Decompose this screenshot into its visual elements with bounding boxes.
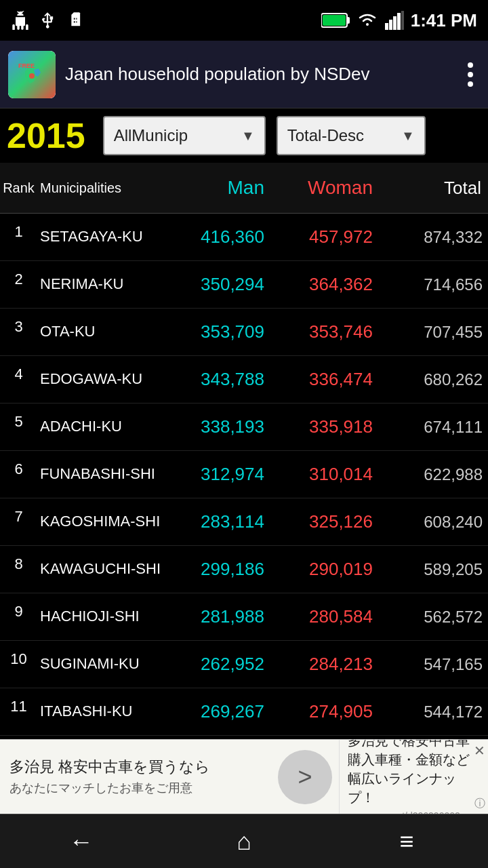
row-rank: 5 [0, 409, 37, 431]
row-total: 547,165 [380, 655, 488, 674]
home-button[interactable]: ⌂ [217, 821, 271, 862]
row-man: 281,988 [163, 606, 271, 627]
ad-info-icon[interactable]: ⓘ [474, 797, 485, 811]
row-total: 562,572 [380, 608, 488, 627]
usb-icon [38, 11, 57, 30]
status-icons-right: 1:41 PM [321, 10, 477, 31]
battery-icon [321, 11, 350, 30]
row-rank: 9 [0, 599, 37, 620]
row-woman: 325,126 [271, 511, 380, 532]
row-municipality: ADACHI-KU [37, 417, 163, 437]
app-bar: FREE Japan household population by NSDev [0, 41, 488, 108]
table-row[interactable]: 3 OTA-KU 353,709 353,746 707,455 [0, 309, 488, 356]
row-rank: 10 [0, 646, 37, 668]
home-icon: ⌂ [237, 827, 251, 856]
ad-close-button[interactable]: ✕ [474, 743, 485, 759]
row-man: 416,360 [163, 226, 271, 248]
table-row[interactable]: 7 KAGOSHIMA-SHI 283,114 325,126 608,240 [0, 498, 488, 546]
table-header: Rank Municipalities Man Woman Total [0, 163, 488, 214]
row-woman: 364,362 [271, 274, 380, 295]
row-total: 674,111 [380, 418, 488, 437]
row-municipality: NERIMA-KU [37, 275, 163, 294]
header-woman: Woman [271, 177, 380, 199]
row-rank: 4 [0, 361, 37, 383]
row-woman: 457,972 [271, 226, 380, 248]
menu-dot-1 [468, 62, 473, 68]
row-total: 874,332 [380, 228, 488, 247]
row-man: 338,193 [163, 416, 271, 437]
row-rank: 1 [0, 219, 37, 241]
row-woman: 284,213 [271, 654, 380, 675]
row-municipality: EDOGAWA-KU [37, 370, 163, 389]
status-bar: 1:41 PM [0, 0, 488, 41]
row-man: 312,974 [163, 464, 271, 485]
table-row[interactable]: 2 NERIMA-KU 350,294 364,362 714,656 [0, 261, 488, 309]
ad-main-text: 多治見 格安中古車を買うなら [9, 757, 262, 778]
dropdown2-arrow: ▼ [401, 128, 415, 144]
row-woman: 310,014 [271, 464, 380, 485]
sim-icon [65, 11, 84, 30]
svg-rect-4 [389, 20, 392, 30]
svg-rect-7 [401, 11, 404, 30]
row-municipality: OTA-KU [37, 322, 163, 342]
row-municipality: KAWAGUCHI-SHI [37, 559, 163, 579]
header-man: Man [163, 177, 271, 199]
row-municipality: SUGINAMI-KU [37, 654, 163, 674]
svg-rect-2 [323, 15, 346, 26]
ad-right-main: 多治見で格安中古車購入車種・金額など幅広いラインナップ！ [348, 739, 480, 807]
municipalities-dropdown[interactable]: AllMunicip ▼ [103, 116, 266, 155]
row-woman: 353,746 [271, 321, 380, 342]
row-woman: 290,019 [271, 559, 380, 580]
status-time: 1:41 PM [411, 10, 477, 31]
row-rank: 11 [0, 694, 37, 715]
menu-button[interactable]: ≡ [380, 821, 434, 862]
svg-point-9 [29, 73, 35, 79]
table-row[interactable]: 11 ITABASHI-KU 269,267 274,905 544,172 [0, 688, 488, 736]
dropdown2-value: Total-Desc [287, 126, 364, 145]
ad-right-text: 多治見で格安中古車購入車種・金額など幅広いラインナップ！ carsensor.n… [339, 739, 488, 814]
dropdown1-arrow: ▼ [241, 128, 255, 144]
row-man: 269,267 [163, 701, 271, 722]
app-title: Japan household population by NSDev [65, 64, 451, 85]
table-body: 1 SETAGAYA-KU 416,360 457,972 874,332 2 … [0, 214, 488, 736]
svg-rect-5 [393, 16, 396, 30]
menu-dot-3 [468, 81, 473, 87]
row-municipality: ITABASHI-KU [37, 702, 163, 722]
row-municipality: FUNABASHI-SHI [37, 465, 163, 484]
wifi-icon [357, 11, 378, 30]
ad-banner[interactable]: 多治見 格安中古車を買うなら あなたにマッチしたお車をご用意 > 多治見で格安中… [0, 739, 488, 814]
table-row[interactable]: 10 SUGINAMI-KU 262,952 284,213 547,165 [0, 641, 488, 688]
table-row[interactable]: 5 ADACHI-KU 338,193 335,918 674,111 [0, 403, 488, 451]
svg-text:FREE: FREE [18, 62, 35, 69]
row-rank: 3 [0, 314, 37, 336]
header-rank: Rank [0, 180, 37, 196]
menu-icon: ≡ [399, 827, 413, 856]
sort-dropdown[interactable]: Total-Desc ▼ [277, 116, 426, 155]
table-row[interactable]: 4 EDOGAWA-KU 343,788 336,474 680,262 [0, 356, 488, 403]
row-man: 353,709 [163, 321, 271, 342]
menu-dot-2 [468, 72, 473, 77]
row-woman: 335,918 [271, 416, 380, 437]
app-menu-button[interactable] [461, 56, 480, 94]
header-municipalities: Municipalities [37, 180, 163, 196]
ad-arrow-button[interactable]: > [278, 750, 332, 804]
row-total: 622,988 [380, 465, 488, 484]
back-button[interactable]: ← [54, 821, 108, 862]
nav-bar: ← ⌂ ≡ [0, 814, 488, 868]
ad-left-text: 多治見 格安中古車を買うなら あなたにマッチしたお車をご用意 [0, 750, 271, 804]
controls-row: 2015 AllMunicip ▼ Total-Desc ▼ [0, 108, 488, 163]
year-label: 2015 [7, 115, 85, 156]
table-row[interactable]: 1 SETAGAYA-KU 416,360 457,972 874,332 [0, 214, 488, 261]
row-woman: 274,905 [271, 701, 380, 722]
row-man: 343,788 [163, 369, 271, 390]
table-row[interactable]: 8 KAWAGUCHI-SHI 299,186 290,019 589,205 [0, 546, 488, 593]
row-total: 544,172 [380, 703, 488, 722]
svg-rect-1 [347, 17, 350, 24]
table-row[interactable]: 9 HACHIOJI-SHI 281,988 280,584 562,572 [0, 593, 488, 641]
back-icon: ← [69, 827, 94, 856]
status-icons-left [11, 11, 84, 30]
row-municipality: HACHIOJI-SHI [37, 607, 163, 627]
table-row[interactable]: 6 FUNABASHI-SHI 312,974 310,014 622,988 [0, 451, 488, 498]
row-total: 608,240 [380, 513, 488, 532]
row-rank: 6 [0, 456, 37, 478]
